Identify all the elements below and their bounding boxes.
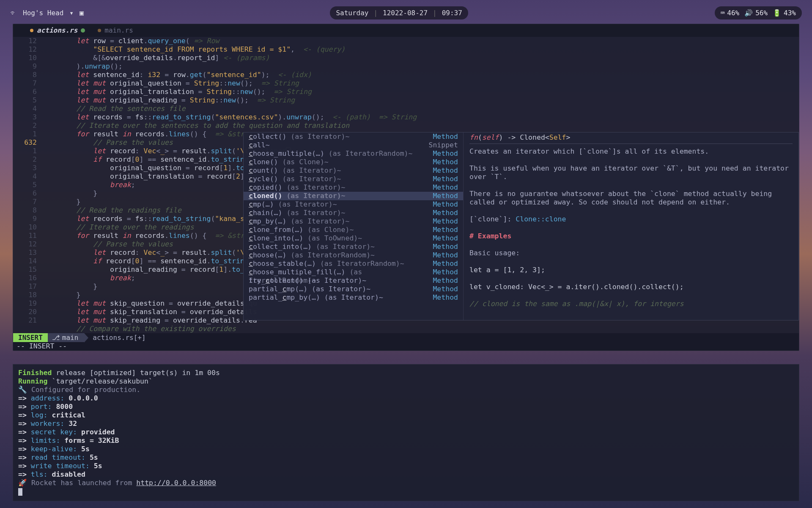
speaker-icon: 🔊 xyxy=(744,9,753,17)
completion-item[interactable]: clone_from(…) (as Clone)~Method xyxy=(244,226,463,234)
doc-paragraph: There is no guarantee whatsoever about t… xyxy=(469,190,793,207)
keyboard-battery: ⌨46% xyxy=(721,9,740,17)
doc-paragraph: This is useful when you have an iterator… xyxy=(469,164,793,181)
tab-main-rs[interactable]: main.rs xyxy=(98,26,133,34)
wifi-icon: ᯤ xyxy=(10,9,17,17)
completion-item[interactable]: cmp_by(…) (as Iterator)~Method xyxy=(244,217,463,226)
code-area[interactable]: 1212109876543216321234567891011121314151… xyxy=(13,37,799,333)
screen-icon[interactable]: ▣ xyxy=(80,9,84,17)
status-filename: actions.rs[+] xyxy=(84,334,145,342)
volume-level: 🔊56% xyxy=(744,9,768,17)
tab-actions-rs[interactable]: actions.rs xyxy=(30,26,85,34)
completion-item[interactable]: cloned() (as Iterator)~Method xyxy=(244,192,463,200)
completion-item[interactable]: clone() (as Clone)~Method xyxy=(244,158,463,166)
completion-item[interactable]: collect_into(…) (as Iterator)~Method xyxy=(244,243,463,251)
modified-icon xyxy=(81,28,85,33)
keyboard-icon: ⌨ xyxy=(721,9,725,17)
git-branch: ⎇ main xyxy=(48,333,85,342)
launch-url[interactable]: http://0.0.0.0:8000 xyxy=(136,479,216,487)
doc-paragraph: Basic usage: xyxy=(469,249,793,257)
menubar: ᯤ Hog's Head ▾ ▣ Saturday | 12022-08-27 … xyxy=(0,5,812,20)
terminal-cursor xyxy=(18,488,22,496)
completion-doc: fn(self) -> Cloned<Self> Creates an iter… xyxy=(464,133,798,320)
command-line[interactable]: -- INSERT -- xyxy=(13,342,799,351)
completion-item[interactable]: cycle() (as Iterator)~Method xyxy=(244,175,463,183)
completion-item[interactable]: partial_cmp(…) (as Iterator)~Method xyxy=(244,285,463,293)
doc-code: let v_cloned: Vec<_> = a.iter().cloned()… xyxy=(469,283,793,291)
dropdown-icon[interactable]: ▾ xyxy=(69,9,74,17)
completion-item[interactable]: collect() (as Iterator)~Method xyxy=(244,133,463,141)
battery-icon: 🔋 xyxy=(773,9,781,17)
completion-item[interactable]: cmp(…) (as Iterator)~Method xyxy=(244,200,463,209)
wifi-name: Hog's Head xyxy=(23,9,63,17)
doc-signature: fn(self) -> Cloned<Self> xyxy=(469,133,793,144)
completion-item[interactable]: copied() (as Iterator)~Method xyxy=(244,183,463,192)
completion-item[interactable]: partial_cmp_by(…) (as Iterator)~Method xyxy=(244,293,463,302)
rust-icon xyxy=(30,29,33,32)
completion-popup: collect() (as Iterator)~Methodcall~Snipp… xyxy=(243,132,799,320)
terminal-window[interactable]: Finished release [optimized] target(s) i… xyxy=(13,364,799,501)
completion-item[interactable]: call~Snippet xyxy=(244,141,463,149)
completion-item[interactable]: choose(…) (as IteratorRandom)~Method xyxy=(244,251,463,260)
mode-badge: INSERT xyxy=(13,333,48,342)
clock-time: 09:37 xyxy=(442,9,462,17)
clock-date: 12022-08-27 xyxy=(383,9,428,17)
doc-link: [`clone`]: Clone::clone xyxy=(469,215,793,224)
completion-item[interactable]: clone_into(…) (as ToOwned)~Method xyxy=(244,234,463,243)
line-gutter: 1212109876543216321234567891011121314151… xyxy=(13,37,43,333)
clock-day: Saturday xyxy=(336,9,368,17)
rust-icon xyxy=(98,29,101,32)
status-line: INSERT ⎇ main actions.rs[+] xyxy=(13,333,799,342)
completion-item[interactable]: count() (as Iterator)~Method xyxy=(244,166,463,175)
completion-item[interactable]: choose_stable(…) (as IteratorRandom)~Met… xyxy=(244,260,463,268)
completion-list[interactable]: collect() (as Iterator)~Methodcall~Snipp… xyxy=(244,133,464,320)
completion-item[interactable]: try_collect() (as Iterator)~Method xyxy=(244,276,463,285)
tab-bar: actions.rs main.rs xyxy=(13,24,799,37)
completion-item[interactable]: choose_multiple_fill(…) (as IteratorRand… xyxy=(244,268,463,276)
battery-level: 🔋43% xyxy=(773,9,796,17)
doc-paragraph: Creates an iterator which [`clone`]s all… xyxy=(469,147,793,156)
doc-examples-heading: # Examples xyxy=(469,232,793,240)
completion-item[interactable]: chain(…) (as Iterator)~Method xyxy=(244,209,463,217)
clock-pill: Saturday | 12022-08-27 | 09:37 xyxy=(330,6,468,19)
branch-icon: ⎇ xyxy=(52,334,60,342)
doc-code: let a = [1, 2, 3]; xyxy=(469,266,793,274)
editor-window: actions.rs main.rs 121210987654321632123… xyxy=(13,24,799,351)
doc-code: // cloned is the same as .map(|&x| x), f… xyxy=(469,300,793,308)
completion-item[interactable]: choose_multiple(…) (as IteratorRandom)~M… xyxy=(244,149,463,158)
